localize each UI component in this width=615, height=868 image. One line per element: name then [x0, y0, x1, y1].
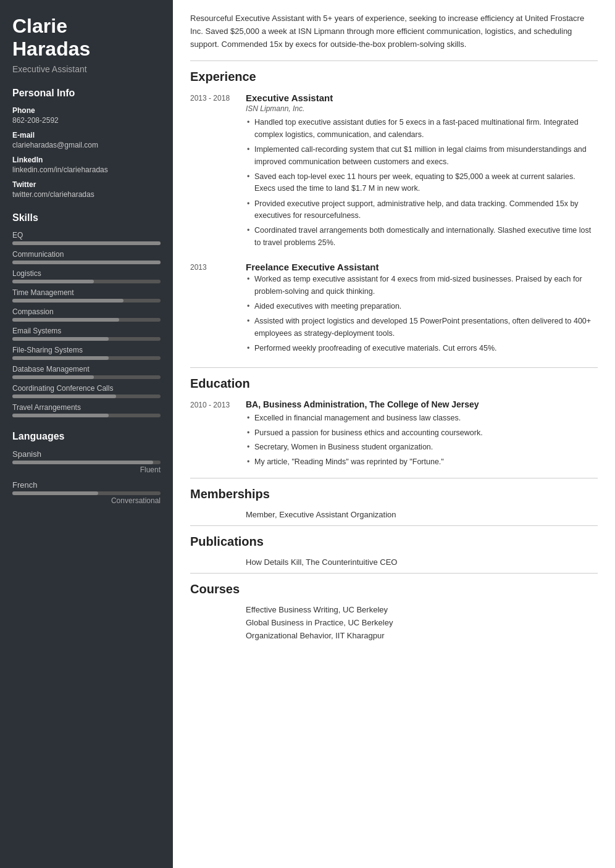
- edu-bullet: Pursued a passion for business ethics an…: [246, 427, 598, 439]
- job-dates: 2013 - 2018: [190, 93, 246, 252]
- edu-bullet: Secretary, Women in Business student org…: [246, 441, 598, 453]
- languages-list: SpanishFluentFrenchConversational: [12, 449, 161, 505]
- skill-bar-fill: [12, 414, 109, 417]
- experience-heading: Experience: [190, 70, 598, 84]
- email-value: clarieharadas@gmail.com: [12, 141, 161, 149]
- language-bar-bg: [12, 491, 161, 495]
- skill-bar-fill: [12, 299, 123, 303]
- job-content: Executive AssistantISN Lipmann, Inc.Hand…: [246, 93, 598, 252]
- resume-container: Clarie Haradas Executive Assistant Perso…: [0, 0, 615, 868]
- skill-name: Coordinating Conference Calls: [12, 384, 161, 393]
- publication-value: How Details Kill, The Counterintuitive C…: [246, 557, 397, 567]
- skills-heading: Skills: [12, 212, 161, 223]
- job-bullet: Implemented call-recording system that c…: [246, 144, 598, 168]
- course-row: Global Business in Practice, UC Berkeley: [190, 618, 598, 627]
- skill-bar-bg: [12, 375, 161, 379]
- job-bullet: Aided executives with meeting preparatio…: [246, 301, 598, 312]
- skill-bar-fill: [12, 318, 119, 322]
- edu-bullet: My article, "Reading Minds" was reprinte…: [246, 456, 598, 468]
- membership-spacer: [190, 510, 246, 519]
- skill-bar-fill: [12, 375, 94, 379]
- courses-heading: Courses: [190, 582, 598, 596]
- skill-name: Logistics: [12, 269, 161, 278]
- skill-bar-bg: [12, 394, 161, 398]
- experience-list: 2013 - 2018Executive AssistantISN Lipman…: [190, 93, 598, 357]
- skill-item: Email Systems: [12, 327, 161, 341]
- job-title: Executive Assistant: [246, 93, 598, 103]
- linkedin-label: LinkedIn: [12, 156, 161, 164]
- publication-row: How Details Kill, The Counterintuitive C…: [190, 557, 598, 567]
- linkedin-value: linkedin.com/in/clarieharadas: [12, 165, 161, 174]
- skill-item: Communication: [12, 250, 161, 264]
- skills-list: EQCommunicationLogisticsTime ManagementC…: [12, 231, 161, 417]
- skill-name: Communication: [12, 250, 161, 259]
- skill-bar-bg: [12, 414, 161, 417]
- job-bullets: Worked as temp executive assistant for 4…: [246, 273, 598, 354]
- email-label: E-mail: [12, 131, 161, 140]
- course-value: Global Business in Practice, UC Berkeley: [246, 618, 393, 627]
- skill-item: Coordinating Conference Calls: [12, 384, 161, 398]
- skill-name: Time Management: [12, 288, 161, 297]
- phone-label: Phone: [12, 106, 161, 115]
- job-content: Freelance Executive AssistantWorked as t…: [246, 262, 598, 357]
- phone-value: 862-208-2592: [12, 116, 161, 125]
- edu-dates: 2010 - 2013: [190, 399, 246, 470]
- skill-bar-fill: [12, 241, 161, 245]
- skill-name: Database Management: [12, 365, 161, 373]
- twitter-label: Twitter: [12, 180, 161, 189]
- skill-name: Compassion: [12, 307, 161, 316]
- edu-degree: BA, Business Administration, The College…: [246, 399, 598, 409]
- language-name: Spanish: [12, 449, 161, 459]
- skill-bar-bg: [12, 261, 161, 264]
- language-bar-fill: [12, 491, 98, 495]
- publications-heading: Publications: [190, 535, 598, 549]
- skill-item: Logistics: [12, 269, 161, 283]
- skill-item: Time Management: [12, 288, 161, 303]
- skill-bar-bg: [12, 241, 161, 245]
- skill-bar-fill: [12, 261, 161, 264]
- divider-education: [190, 367, 598, 368]
- language-item: FrenchConversational: [12, 480, 161, 505]
- job-bullet: Handled top executive assistant duties f…: [246, 117, 598, 141]
- skill-bar-fill: [12, 337, 109, 341]
- course-value: Organizational Behavior, IIT Kharagpur: [246, 631, 385, 640]
- divider-memberships: [190, 478, 598, 478]
- job-company: ISN Lipmann, Inc.: [246, 104, 598, 113]
- edu-bullets: Excelled in financial management and bus…: [246, 412, 598, 468]
- language-level: Fluent: [12, 465, 161, 474]
- language-bar-fill: [12, 461, 153, 464]
- job-bullet: Saved each top-level exec 11 hours per w…: [246, 171, 598, 195]
- courses-list: Effective Business Writing, UC BerkeleyG…: [190, 605, 598, 640]
- personal-info-heading: Personal Info: [12, 88, 161, 99]
- language-bar-bg: [12, 461, 161, 464]
- job-dates: 2013: [190, 262, 246, 357]
- education-heading: Education: [190, 377, 598, 391]
- course-spacer: [190, 605, 246, 614]
- language-level: Conversational: [12, 496, 161, 505]
- edu-bullet: Excelled in financial management and bus…: [246, 412, 598, 424]
- candidate-title: Executive Assistant: [12, 64, 161, 74]
- skill-name: EQ: [12, 231, 161, 240]
- membership-value: Member, Executive Assistant Organization: [246, 510, 396, 519]
- job-bullet: Worked as temp executive assistant for 4…: [246, 273, 598, 298]
- job-bullet: Coordinated travel arrangements both dom…: [246, 225, 598, 249]
- divider-publications: [190, 525, 598, 526]
- membership-row: Member, Executive Assistant Organization: [190, 510, 598, 519]
- experience-row: 2013 - 2018Executive AssistantISN Lipman…: [190, 93, 598, 252]
- twitter-value: twitter.com/clarieharadas: [12, 190, 161, 199]
- language-item: SpanishFluent: [12, 449, 161, 474]
- course-row: Organizational Behavior, IIT Kharagpur: [190, 631, 598, 640]
- skill-bar-bg: [12, 356, 161, 360]
- skill-bar-fill: [12, 280, 94, 283]
- skill-bar-fill: [12, 356, 109, 360]
- education-row: 2010 - 2013BA, Business Administration, …: [190, 399, 598, 470]
- skill-bar-bg: [12, 337, 161, 341]
- languages-heading: Languages: [12, 431, 161, 442]
- skill-bar-bg: [12, 299, 161, 303]
- job-bullet: Provided executive project support, admi…: [246, 198, 598, 222]
- memberships-heading: Memberships: [190, 487, 598, 501]
- edu-content: BA, Business Administration, The College…: [246, 399, 598, 470]
- skill-name: Travel Arrangements: [12, 403, 161, 412]
- job-title: Freelance Executive Assistant: [246, 262, 598, 272]
- language-name: French: [12, 480, 161, 490]
